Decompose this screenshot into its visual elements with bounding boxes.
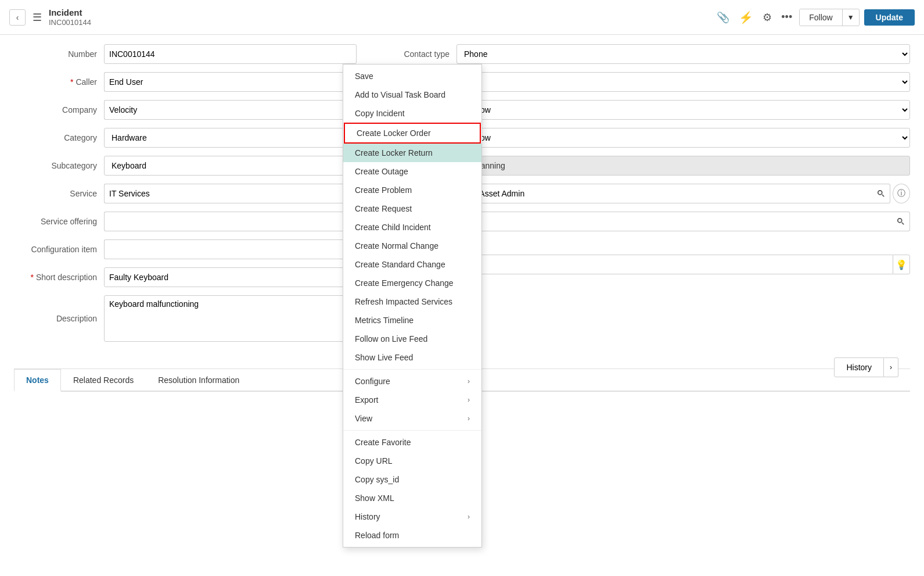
menu-divider <box>343 369 481 370</box>
tab-resolution-information[interactable]: Resolution Information <box>146 369 251 391</box>
hamburger-icon[interactable]: ☰ <box>33 11 42 24</box>
priority-value: 5 - Planning <box>456 156 910 176</box>
category-label: Category <box>14 133 104 142</box>
company-input[interactable] <box>104 100 338 120</box>
menu-item[interactable]: Create Emergency Change <box>343 274 481 292</box>
menu-item[interactable]: Copy sys_id <box>343 470 481 489</box>
short-desc-right-input[interactable] <box>456 255 893 274</box>
service-row: Service <box>14 184 357 203</box>
menu-item-label: Copy Incident <box>355 109 405 118</box>
impact-select[interactable]: 3 - Low <box>456 100 910 120</box>
menu-item-label: Add to Visual Task Board <box>355 90 445 99</box>
menu-item[interactable]: Create Standard Change <box>343 255 481 274</box>
menu-item-label: Create Locker Return <box>355 148 433 158</box>
back-button[interactable]: ‹ <box>9 9 26 26</box>
service-label: Service <box>14 189 104 198</box>
assignment-group-search-icon <box>877 189 885 198</box>
menu-item[interactable]: Follow on Live Feed <box>343 330 481 348</box>
menu-divider <box>343 430 481 431</box>
menu-item[interactable]: Create Normal Change <box>343 237 481 255</box>
menu-item-label: Copy URL <box>355 456 393 466</box>
menu-item-label: Create Outage <box>355 167 408 176</box>
short-desc-row: Short description <box>14 267 357 287</box>
sliders-icon[interactable]: ⚙ <box>760 9 774 26</box>
category-select[interactable]: Hardware <box>104 128 357 148</box>
assignment-group-input[interactable] <box>456 184 872 203</box>
menu-item[interactable]: Export› <box>343 391 481 409</box>
update-button[interactable]: Update <box>864 9 915 26</box>
config-item-label: Configuration item <box>14 245 104 254</box>
company-row: Company <box>14 100 357 120</box>
expand-button[interactable]: › <box>884 357 898 377</box>
more-icon[interactable]: ••• <box>779 9 794 26</box>
urgency-select[interactable]: 3 - Low <box>456 128 910 148</box>
menu-item[interactable]: Metrics Timeline <box>343 311 481 330</box>
menu-item-label: Create Problem <box>355 185 412 195</box>
number-input[interactable] <box>104 44 357 64</box>
caller-input[interactable] <box>104 72 338 92</box>
menu-item[interactable]: History› <box>343 507 481 526</box>
service-offering-row: Service offering <box>14 212 357 231</box>
menu-item-label: Refresh Impacted Services <box>355 297 452 306</box>
subcategory-row: Subcategory Keyboard <box>14 156 357 176</box>
menu-item[interactable]: Create Locker Order <box>344 123 481 144</box>
assignment-group-input-group <box>456 184 890 203</box>
menu-item[interactable]: Create Problem <box>343 181 481 199</box>
config-item-input[interactable] <box>104 239 338 259</box>
svg-point-12 <box>897 219 901 223</box>
pulse-icon[interactable]: ⚡ <box>736 8 756 27</box>
service-input-group <box>104 184 357 203</box>
menu-item[interactable]: Create Outage <box>343 162 481 181</box>
assigned-to-search-button[interactable] <box>891 212 910 231</box>
company-label: Company <box>14 105 104 115</box>
description-textarea[interactable]: Keyboard malfunctioning <box>104 295 357 342</box>
history-expand-group: History › <box>834 357 898 377</box>
menu-item[interactable]: Reload form <box>343 526 481 545</box>
short-desc-label: Short description <box>14 273 104 282</box>
assignment-group-info-button[interactable]: ⓘ <box>893 184 910 203</box>
lightbulb-button[interactable]: 💡 <box>893 255 910 274</box>
menu-submenu-arrow: › <box>468 396 470 404</box>
assignment-group-search-button[interactable] <box>872 184 890 203</box>
caller-input-group <box>104 72 357 92</box>
service-input[interactable] <box>104 184 338 203</box>
subcategory-select[interactable]: Keyboard <box>104 156 357 176</box>
assigned-to-search-icon <box>897 217 905 226</box>
history-button[interactable]: History <box>834 357 884 377</box>
menu-item[interactable]: View› <box>343 409 481 428</box>
menu-item[interactable]: Copy URL <box>343 452 481 470</box>
contact-type-label: Contact type <box>375 49 456 59</box>
menu-item[interactable]: Create Favorite <box>343 433 481 452</box>
menu-item-label: Create Locker Order <box>357 128 431 138</box>
menu-item[interactable]: Show Live Feed <box>343 348 481 367</box>
follow-dropdown-arrow[interactable]: ▼ <box>843 10 859 25</box>
config-item-input-group <box>104 239 357 259</box>
menu-item[interactable]: Create Child Incident <box>343 218 481 237</box>
incident-number: INC0010144 <box>49 18 91 27</box>
short-desc-input[interactable] <box>104 267 357 287</box>
menu-item[interactable]: Create Request <box>343 199 481 218</box>
follow-label[interactable]: Follow <box>800 9 842 26</box>
menu-item[interactable]: Configure› <box>343 372 481 391</box>
assigned-to-input[interactable] <box>456 212 891 231</box>
main-content: Number Caller Company <box>0 35 924 401</box>
menu-item[interactable]: Add to Visual Task Board <box>343 85 481 104</box>
svg-line-11 <box>882 195 884 197</box>
contact-type-select[interactable]: Phone <box>456 44 910 64</box>
menu-item-label: Follow on Live Feed <box>355 334 427 344</box>
menu-item[interactable]: Show XML <box>343 489 481 507</box>
menu-item[interactable]: Copy Incident <box>343 104 481 123</box>
paperclip-icon[interactable]: 📎 <box>714 9 732 26</box>
state-select[interactable]: New <box>456 72 910 92</box>
menu-item-label: Show Live Feed <box>355 353 413 362</box>
tab-related-records[interactable]: Related Records <box>61 369 146 391</box>
menu-item-label: History <box>355 512 380 521</box>
tab-notes[interactable]: Notes <box>14 369 61 392</box>
incident-title: Incident <box>49 8 91 17</box>
menu-item[interactable]: Save <box>343 67 481 85</box>
menu-item[interactable]: Create Locker Return <box>343 144 481 162</box>
menu-item[interactable]: Refresh Impacted Services <box>343 292 481 311</box>
contact-type-row: Contact type Phone <box>375 44 910 64</box>
service-offering-input[interactable] <box>104 212 338 231</box>
menu-item-label: Copy sys_id <box>355 475 399 484</box>
